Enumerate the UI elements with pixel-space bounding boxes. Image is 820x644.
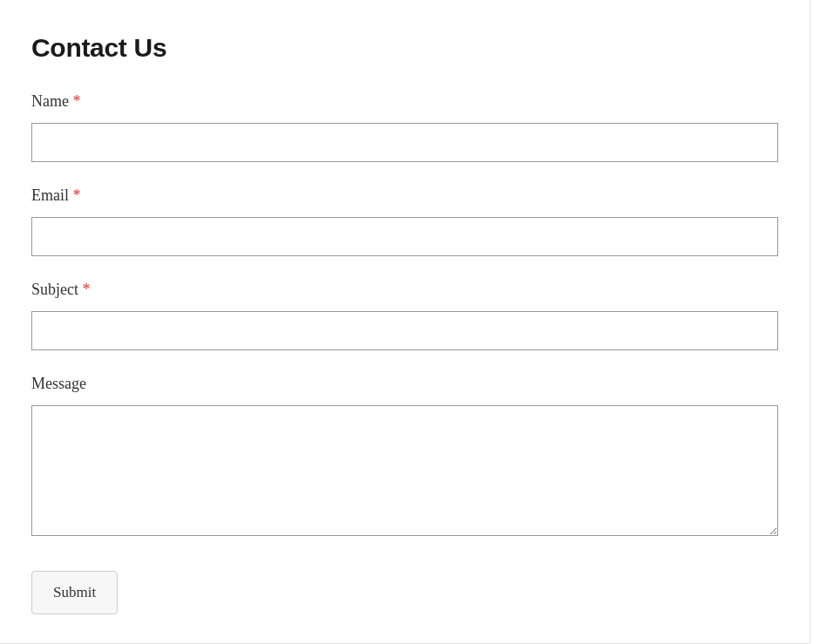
message-input[interactable] — [31, 405, 778, 536]
subject-label: Subject * — [31, 281, 778, 299]
subject-required-marker: * — [83, 281, 91, 298]
name-label-text: Name — [31, 92, 69, 110]
page-title: Contact Us — [31, 33, 778, 63]
name-label: Name * — [31, 92, 778, 111]
contact-form-container: Contact Us Name * Email * Subject * Mess… — [0, 0, 810, 644]
email-input[interactable] — [31, 217, 778, 256]
name-required-marker: * — [72, 92, 80, 110]
email-field-group: Email * — [31, 186, 778, 256]
email-label: Email * — [31, 186, 778, 205]
name-field-group: Name * — [31, 92, 778, 162]
name-input[interactable] — [31, 123, 778, 162]
subject-field-group: Subject * — [31, 281, 778, 350]
subject-input[interactable] — [31, 311, 778, 350]
message-label: Message — [31, 375, 778, 393]
submit-button[interactable]: Submit — [31, 571, 118, 614]
subject-label-text: Subject — [31, 281, 78, 298]
email-required-marker: * — [73, 186, 81, 204]
email-label-text: Email — [31, 186, 69, 204]
message-field-group: Message — [31, 375, 778, 539]
message-label-text: Message — [31, 375, 86, 392]
